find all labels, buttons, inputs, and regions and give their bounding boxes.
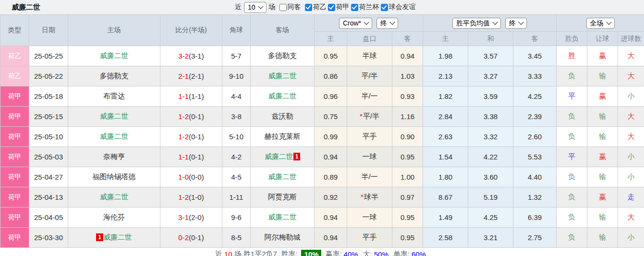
handicap-line: *球半 — [347, 187, 392, 207]
recent-count-select[interactable]: 10 — [244, 2, 267, 13]
subcol-result: 胜负 — [557, 32, 587, 46]
subcol-avg-home: 主 — [423, 32, 468, 46]
home-team-name: 海伦芬 — [103, 213, 125, 221]
avg-type-select-value: 胜平负均值 — [456, 19, 490, 27]
footer-summary: 场,胜1平2负7, 胜率: — [234, 250, 298, 256]
chevron-down-icon — [364, 19, 369, 24]
goals-outcome: 走 — [618, 187, 644, 207]
match-date: 25-05-18 — [29, 86, 68, 107]
halftime-score: (0-1) — [189, 112, 204, 121]
league-badge: 荷乙 — [0, 46, 29, 66]
halftime-score: (1-0) — [189, 193, 204, 201]
score-cell: 1-2(0-1) — [160, 127, 222, 147]
avg-odds-win: 2.13 — [423, 66, 468, 86]
fulltime-score: 1-1 — [178, 153, 189, 161]
handicap-odds-home: 0.99 — [315, 127, 347, 147]
checkbox-icon[interactable] — [279, 4, 287, 11]
handicap-star-icon: * — [360, 112, 363, 120]
checkbox-icon[interactable] — [328, 4, 335, 11]
halftime-score: (0-1) — [189, 153, 204, 161]
odds-group-header: Crow* 终 — [315, 15, 423, 32]
col-header-away: 客场 — [251, 15, 315, 46]
score-cell: 1-2(1-0) — [160, 187, 222, 207]
handicap-outcome: 输 — [587, 228, 618, 248]
home-team-cell: 福图纳锡塔德 — [68, 167, 160, 187]
away-team-cell: 赫拉克莱斯 — [251, 127, 315, 147]
goals-outcome: 小 — [618, 228, 644, 248]
away-team-name: 威廉二世 — [268, 172, 297, 181]
halftime-score: (3-1) — [189, 52, 204, 60]
handicap-outcome: 输 — [587, 127, 618, 147]
score-cell: 3-1(2-0) — [160, 207, 222, 228]
fulltime-score: 1-2 — [178, 133, 189, 141]
league-filters: 荷乙荷甲荷兰杯球会友谊 — [304, 3, 416, 12]
handicap-line: 平手 — [347, 228, 392, 248]
league-filter-checkbox[interactable]: 荷甲 — [328, 3, 350, 12]
chevron-down-icon — [518, 19, 523, 24]
match-date: 25-05-15 — [29, 107, 68, 127]
handicap-line: 半球 — [347, 46, 392, 66]
avg-odds-win: 8.67 — [423, 187, 468, 207]
avg-odds-win: 2.58 — [423, 228, 468, 248]
handicap-line: 半/一 — [347, 167, 392, 187]
handicap-line: 平/半 — [347, 66, 392, 86]
avg-odds-loss: 2.60 — [513, 127, 557, 147]
league-filter-label: 球会友谊 — [389, 3, 416, 12]
checkbox-icon[interactable] — [381, 4, 388, 11]
match-date: 25-05-22 — [29, 66, 68, 86]
match-date: 25-04-27 — [29, 167, 68, 187]
chevron-down-icon — [606, 19, 611, 24]
bookmaker-select-value: Crow* — [343, 19, 361, 27]
stat-label: 大: — [363, 250, 372, 256]
same-opponent-checkbox[interactable]: 同客 — [279, 3, 301, 12]
league-filter-checkbox[interactable]: 荷乙 — [305, 3, 327, 12]
corners-cell: 8-5 — [222, 228, 251, 248]
corners-cell: 1-11 — [222, 187, 251, 207]
halftime-score: (2-0) — [189, 213, 204, 221]
corners-cell: 4-2 — [222, 147, 251, 167]
league-filter-checkbox[interactable]: 球会友谊 — [381, 3, 416, 12]
footer-prefix: 近 — [215, 250, 222, 256]
fulltime-score: 3-1 — [178, 213, 189, 221]
corners-cell: 5-10 — [222, 127, 251, 147]
corners-cell: 5-7 — [222, 46, 251, 66]
checkbox-icon[interactable] — [305, 4, 312, 11]
home-team-cell: 布雷达 — [68, 86, 160, 107]
league-badge: 荷甲 — [0, 228, 29, 248]
handicap-outcome: 输 — [587, 66, 618, 86]
handicap-odds-away: 0.90 — [392, 127, 423, 147]
avg-time-select[interactable]: 终 — [505, 18, 527, 29]
match-date: 25-05-03 — [29, 147, 68, 167]
league-filter-checkbox[interactable]: 荷兰杯 — [351, 3, 379, 12]
avg-odds-loss: 6.39 — [513, 207, 557, 228]
goals-outcome: 大 — [618, 207, 644, 228]
fulltime-score: 3-2 — [178, 52, 189, 60]
handicap-line: *平/半 — [347, 107, 392, 127]
away-team-cell: 阿贾克斯 — [251, 187, 315, 207]
halftime-score: (1-1) — [189, 92, 204, 100]
handicap-odds-away: 0.95 — [392, 207, 423, 228]
bookmaker-select[interactable]: Crow* — [339, 18, 372, 29]
score-cell: 1-1(1-1) — [160, 86, 222, 107]
halftime-score: (0-1) — [189, 133, 204, 141]
table-row: 荷甲 25-05-10 威廉二世 1-2(0-1) 5-10 赫拉克莱斯 0.9… — [0, 127, 644, 147]
home-team-name: 布雷达 — [103, 92, 125, 100]
avg-odds-loss: 2.39 — [513, 107, 557, 127]
home-team-name: 威廉二世 — [100, 132, 129, 140]
away-team-cell: 威廉二世 — [251, 66, 315, 86]
subcol-odds-away: 客 — [392, 32, 423, 46]
avg-type-select[interactable]: 胜平负均值 — [452, 18, 501, 29]
handicap-outcome: 输 — [587, 167, 618, 187]
odds-time-select[interactable]: 终 — [377, 18, 398, 29]
period-select[interactable]: 全场 — [586, 18, 615, 29]
handicap-odds-home: 0.92 — [315, 187, 347, 207]
table-row: 荷乙 25-05-25 威廉二世 3-2(3-1) 5-7 多德勒支 0.95 … — [0, 46, 644, 66]
fulltime-score: 1-2 — [178, 112, 189, 121]
avg-odds-draw: 3.57 — [468, 46, 513, 66]
away-team-name: 赫拉克莱斯 — [265, 132, 301, 140]
result-outcome: 平 — [557, 86, 587, 107]
avg-group-header: 胜平负均值 终 — [423, 15, 557, 32]
checkbox-icon[interactable] — [351, 4, 358, 11]
table-row: 荷乙 25-05-22 多德勒支 2-1(2-1) 9-10 威廉二世 0.86… — [0, 66, 644, 86]
fulltime-score: 2-1 — [178, 72, 189, 80]
